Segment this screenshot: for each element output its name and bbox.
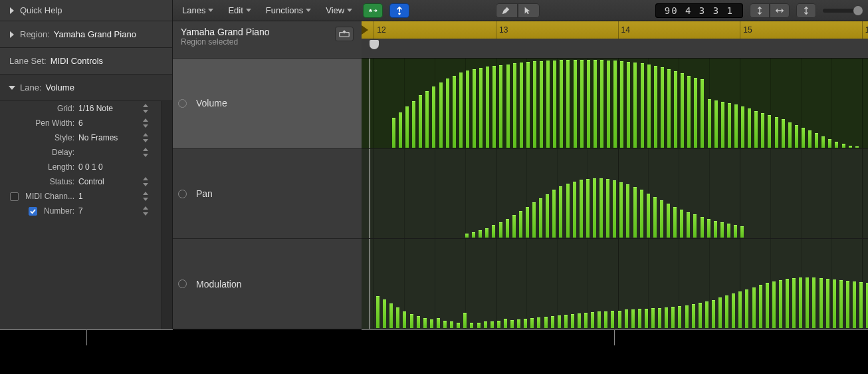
event-bar[interactable] bbox=[450, 321, 453, 328]
event-bar[interactable] bbox=[591, 312, 594, 328]
event-bar[interactable] bbox=[504, 319, 507, 328]
event-bar[interactable] bbox=[740, 226, 744, 238]
event-bar[interactable] bbox=[788, 122, 792, 148]
checkbox-checked[interactable] bbox=[29, 207, 37, 216]
event-bar[interactable] bbox=[457, 323, 460, 328]
event-bar[interactable] bbox=[795, 125, 798, 148]
event-bar[interactable] bbox=[437, 318, 440, 328]
lane-area-modulation[interactable] bbox=[362, 239, 868, 329]
event-bar[interactable] bbox=[687, 212, 690, 238]
event-bar[interactable] bbox=[560, 60, 563, 147]
event-bar[interactable] bbox=[600, 60, 603, 147]
stepper-icon[interactable] bbox=[142, 192, 148, 201]
event-bar[interactable] bbox=[732, 293, 735, 328]
event-bar[interactable] bbox=[638, 309, 641, 328]
event-bar[interactable] bbox=[593, 178, 596, 238]
event-bar[interactable] bbox=[530, 318, 534, 328]
event-bar[interactable] bbox=[802, 128, 805, 148]
event-bar[interactable] bbox=[574, 60, 577, 147]
chevron-right-icon[interactable] bbox=[7, 29, 17, 40]
event-bar[interactable] bbox=[799, 278, 802, 328]
event-bar[interactable] bbox=[653, 197, 657, 238]
stepper-icon[interactable] bbox=[142, 206, 148, 216]
record-enable-icon[interactable] bbox=[178, 190, 187, 198]
event-bar[interactable] bbox=[701, 79, 704, 148]
event-bar[interactable] bbox=[607, 61, 610, 147]
event-bar[interactable] bbox=[520, 63, 523, 147]
event-bar[interactable] bbox=[714, 100, 718, 148]
event-bar[interactable] bbox=[701, 217, 704, 238]
event-bar[interactable] bbox=[580, 60, 584, 147]
event-bar[interactable] bbox=[473, 69, 476, 148]
event-bar[interactable] bbox=[654, 66, 657, 148]
lane-grid[interactable]: 1213141516 bbox=[362, 21, 868, 329]
event-bar[interactable] bbox=[506, 65, 510, 148]
event-bar[interactable] bbox=[626, 184, 629, 238]
record-enable-icon[interactable] bbox=[178, 99, 187, 108]
event-bar[interactable] bbox=[566, 60, 570, 147]
event-bar[interactable] bbox=[641, 63, 644, 147]
event-bar[interactable] bbox=[631, 309, 635, 328]
event-bar[interactable] bbox=[573, 182, 576, 238]
event-bar[interactable] bbox=[627, 62, 630, 147]
menu-lanes[interactable]: Lanes bbox=[178, 3, 217, 17]
lane-row-header[interactable]: Lane: Volume bbox=[0, 75, 172, 101]
event-bar[interactable] bbox=[681, 73, 684, 147]
event-bar[interactable] bbox=[651, 308, 655, 328]
event-bar[interactable] bbox=[658, 308, 661, 328]
event-bar[interactable] bbox=[741, 106, 744, 148]
event-bar[interactable] bbox=[661, 67, 664, 148]
event-bar[interactable] bbox=[660, 200, 663, 238]
horizontal-zoom-slider[interactable] bbox=[823, 9, 863, 13]
event-bar[interactable] bbox=[759, 285, 762, 328]
pointer-tool-button[interactable] bbox=[518, 3, 540, 18]
event-bar[interactable] bbox=[512, 215, 516, 238]
event-bar[interactable] bbox=[633, 187, 637, 238]
event-bar[interactable] bbox=[479, 68, 483, 148]
event-bar[interactable] bbox=[513, 63, 516, 147]
event-bar[interactable] bbox=[806, 278, 809, 328]
event-bar[interactable] bbox=[619, 182, 623, 238]
event-bar[interactable] bbox=[667, 69, 671, 148]
event-bar[interactable] bbox=[819, 278, 823, 328]
event-bar[interactable] bbox=[725, 295, 728, 328]
event-bar[interactable] bbox=[443, 321, 447, 328]
event-bar[interactable] bbox=[821, 136, 825, 148]
event-bar[interactable] bbox=[558, 315, 561, 328]
event-bar[interactable] bbox=[611, 311, 614, 329]
event-bar[interactable] bbox=[519, 211, 522, 238]
event-bar[interactable] bbox=[425, 91, 429, 148]
event-bar[interactable] bbox=[752, 287, 756, 329]
event-bar[interactable] bbox=[826, 279, 829, 328]
lane-header-volume[interactable]: Volume bbox=[173, 59, 362, 149]
event-bar[interactable] bbox=[835, 142, 838, 147]
event-bar[interactable] bbox=[580, 180, 583, 238]
event-bar[interactable] bbox=[680, 210, 683, 238]
stepper-icon[interactable] bbox=[142, 148, 148, 157]
event-bar[interactable] bbox=[604, 311, 607, 328]
menu-edit[interactable]: Edit bbox=[224, 3, 255, 17]
param-grid[interactable]: Grid: 1/16 Note bbox=[0, 101, 162, 116]
event-bar[interactable] bbox=[376, 296, 380, 328]
event-bar[interactable] bbox=[396, 307, 399, 328]
event-bar[interactable] bbox=[492, 225, 495, 238]
chevron-right-icon[interactable] bbox=[7, 5, 17, 16]
event-bar[interactable] bbox=[685, 305, 689, 328]
event-bar[interactable] bbox=[842, 144, 845, 147]
event-bar[interactable] bbox=[584, 313, 588, 328]
lane-header-pan[interactable]: Pan bbox=[173, 149, 362, 240]
event-bar[interactable] bbox=[613, 180, 616, 238]
event-bar[interactable] bbox=[606, 179, 609, 238]
event-bar[interactable] bbox=[599, 178, 603, 238]
param-penwidth[interactable]: Pen Width: 6 bbox=[0, 116, 162, 130]
menu-functions[interactable]: Functions bbox=[262, 3, 315, 17]
event-bar[interactable] bbox=[399, 112, 402, 148]
event-bar[interactable] bbox=[687, 76, 691, 148]
event-bar[interactable] bbox=[526, 62, 530, 147]
event-bar[interactable] bbox=[714, 221, 717, 238]
timeline-ruler[interactable]: 1213141516 bbox=[362, 21, 868, 59]
event-bar[interactable] bbox=[772, 281, 776, 328]
event-bar[interactable] bbox=[782, 119, 785, 147]
event-bar[interactable] bbox=[499, 65, 502, 148]
chevron-down-icon[interactable] bbox=[7, 83, 17, 93]
